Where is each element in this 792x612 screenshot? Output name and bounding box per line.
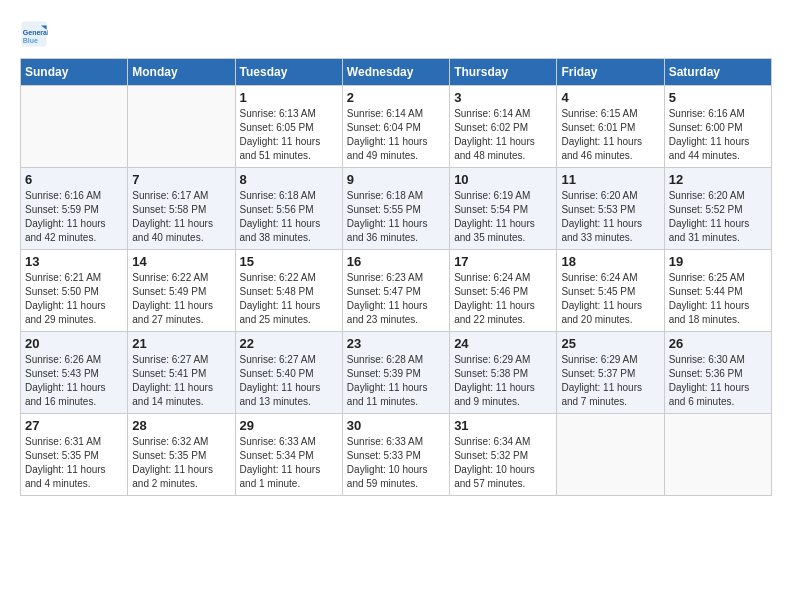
day-number: 8 (240, 172, 338, 187)
calendar-cell: 4Sunrise: 6:15 AM Sunset: 6:01 PM Daylig… (557, 86, 664, 168)
calendar-cell: 18Sunrise: 6:24 AM Sunset: 5:45 PM Dayli… (557, 250, 664, 332)
calendar-cell: 21Sunrise: 6:27 AM Sunset: 5:41 PM Dayli… (128, 332, 235, 414)
day-info: Sunrise: 6:33 AM Sunset: 5:33 PM Dayligh… (347, 435, 445, 491)
day-number: 25 (561, 336, 659, 351)
day-number: 23 (347, 336, 445, 351)
calendar-cell: 22Sunrise: 6:27 AM Sunset: 5:40 PM Dayli… (235, 332, 342, 414)
day-number: 26 (669, 336, 767, 351)
calendar-cell: 10Sunrise: 6:19 AM Sunset: 5:54 PM Dayli… (450, 168, 557, 250)
day-info: Sunrise: 6:17 AM Sunset: 5:58 PM Dayligh… (132, 189, 230, 245)
calendar-cell: 7Sunrise: 6:17 AM Sunset: 5:58 PM Daylig… (128, 168, 235, 250)
day-info: Sunrise: 6:18 AM Sunset: 5:56 PM Dayligh… (240, 189, 338, 245)
calendar-table: SundayMondayTuesdayWednesdayThursdayFrid… (20, 58, 772, 496)
calendar-cell (128, 86, 235, 168)
calendar-cell: 16Sunrise: 6:23 AM Sunset: 5:47 PM Dayli… (342, 250, 449, 332)
svg-text:Blue: Blue (23, 37, 38, 44)
day-number: 13 (25, 254, 123, 269)
calendar-cell: 23Sunrise: 6:28 AM Sunset: 5:39 PM Dayli… (342, 332, 449, 414)
calendar-cell: 20Sunrise: 6:26 AM Sunset: 5:43 PM Dayli… (21, 332, 128, 414)
day-number: 18 (561, 254, 659, 269)
day-info: Sunrise: 6:33 AM Sunset: 5:34 PM Dayligh… (240, 435, 338, 491)
day-number: 10 (454, 172, 552, 187)
day-number: 2 (347, 90, 445, 105)
day-number: 14 (132, 254, 230, 269)
logo-icon: General Blue (20, 20, 48, 48)
day-number: 5 (669, 90, 767, 105)
calendar-cell: 28Sunrise: 6:32 AM Sunset: 5:35 PM Dayli… (128, 414, 235, 496)
calendar-cell: 15Sunrise: 6:22 AM Sunset: 5:48 PM Dayli… (235, 250, 342, 332)
day-info: Sunrise: 6:23 AM Sunset: 5:47 PM Dayligh… (347, 271, 445, 327)
day-info: Sunrise: 6:25 AM Sunset: 5:44 PM Dayligh… (669, 271, 767, 327)
svg-text:General: General (23, 29, 48, 36)
day-info: Sunrise: 6:14 AM Sunset: 6:02 PM Dayligh… (454, 107, 552, 163)
day-info: Sunrise: 6:20 AM Sunset: 5:53 PM Dayligh… (561, 189, 659, 245)
calendar-cell (557, 414, 664, 496)
day-info: Sunrise: 6:30 AM Sunset: 5:36 PM Dayligh… (669, 353, 767, 409)
calendar-cell: 6Sunrise: 6:16 AM Sunset: 5:59 PM Daylig… (21, 168, 128, 250)
day-number: 12 (669, 172, 767, 187)
day-info: Sunrise: 6:29 AM Sunset: 5:37 PM Dayligh… (561, 353, 659, 409)
day-info: Sunrise: 6:16 AM Sunset: 6:00 PM Dayligh… (669, 107, 767, 163)
calendar-cell (664, 414, 771, 496)
day-number: 15 (240, 254, 338, 269)
day-info: Sunrise: 6:16 AM Sunset: 5:59 PM Dayligh… (25, 189, 123, 245)
day-number: 20 (25, 336, 123, 351)
day-info: Sunrise: 6:15 AM Sunset: 6:01 PM Dayligh… (561, 107, 659, 163)
day-info: Sunrise: 6:28 AM Sunset: 5:39 PM Dayligh… (347, 353, 445, 409)
day-number: 19 (669, 254, 767, 269)
calendar-cell: 30Sunrise: 6:33 AM Sunset: 5:33 PM Dayli… (342, 414, 449, 496)
day-info: Sunrise: 6:13 AM Sunset: 6:05 PM Dayligh… (240, 107, 338, 163)
day-number: 7 (132, 172, 230, 187)
calendar-cell: 14Sunrise: 6:22 AM Sunset: 5:49 PM Dayli… (128, 250, 235, 332)
day-number: 22 (240, 336, 338, 351)
weekday-header: Friday (557, 59, 664, 86)
day-info: Sunrise: 6:34 AM Sunset: 5:32 PM Dayligh… (454, 435, 552, 491)
calendar-cell: 3Sunrise: 6:14 AM Sunset: 6:02 PM Daylig… (450, 86, 557, 168)
calendar-cell: 17Sunrise: 6:24 AM Sunset: 5:46 PM Dayli… (450, 250, 557, 332)
day-number: 30 (347, 418, 445, 433)
day-number: 4 (561, 90, 659, 105)
day-info: Sunrise: 6:26 AM Sunset: 5:43 PM Dayligh… (25, 353, 123, 409)
day-number: 1 (240, 90, 338, 105)
calendar-cell: 19Sunrise: 6:25 AM Sunset: 5:44 PM Dayli… (664, 250, 771, 332)
day-number: 3 (454, 90, 552, 105)
day-number: 11 (561, 172, 659, 187)
day-number: 9 (347, 172, 445, 187)
calendar-cell: 2Sunrise: 6:14 AM Sunset: 6:04 PM Daylig… (342, 86, 449, 168)
weekday-header: Thursday (450, 59, 557, 86)
calendar-cell: 11Sunrise: 6:20 AM Sunset: 5:53 PM Dayli… (557, 168, 664, 250)
day-number: 16 (347, 254, 445, 269)
day-info: Sunrise: 6:32 AM Sunset: 5:35 PM Dayligh… (132, 435, 230, 491)
day-number: 6 (25, 172, 123, 187)
calendar-cell: 12Sunrise: 6:20 AM Sunset: 5:52 PM Dayli… (664, 168, 771, 250)
day-info: Sunrise: 6:20 AM Sunset: 5:52 PM Dayligh… (669, 189, 767, 245)
day-number: 17 (454, 254, 552, 269)
day-info: Sunrise: 6:24 AM Sunset: 5:46 PM Dayligh… (454, 271, 552, 327)
calendar-cell: 9Sunrise: 6:18 AM Sunset: 5:55 PM Daylig… (342, 168, 449, 250)
calendar-cell: 29Sunrise: 6:33 AM Sunset: 5:34 PM Dayli… (235, 414, 342, 496)
day-info: Sunrise: 6:27 AM Sunset: 5:41 PM Dayligh… (132, 353, 230, 409)
day-info: Sunrise: 6:22 AM Sunset: 5:49 PM Dayligh… (132, 271, 230, 327)
day-info: Sunrise: 6:21 AM Sunset: 5:50 PM Dayligh… (25, 271, 123, 327)
calendar-header: SundayMondayTuesdayWednesdayThursdayFrid… (21, 59, 772, 86)
weekday-header: Saturday (664, 59, 771, 86)
day-info: Sunrise: 6:24 AM Sunset: 5:45 PM Dayligh… (561, 271, 659, 327)
day-info: Sunrise: 6:19 AM Sunset: 5:54 PM Dayligh… (454, 189, 552, 245)
day-number: 27 (25, 418, 123, 433)
calendar-cell: 5Sunrise: 6:16 AM Sunset: 6:00 PM Daylig… (664, 86, 771, 168)
calendar-cell: 25Sunrise: 6:29 AM Sunset: 5:37 PM Dayli… (557, 332, 664, 414)
day-info: Sunrise: 6:27 AM Sunset: 5:40 PM Dayligh… (240, 353, 338, 409)
day-number: 21 (132, 336, 230, 351)
calendar-cell (21, 86, 128, 168)
day-info: Sunrise: 6:31 AM Sunset: 5:35 PM Dayligh… (25, 435, 123, 491)
logo: General Blue (20, 20, 52, 48)
weekday-header: Monday (128, 59, 235, 86)
day-info: Sunrise: 6:14 AM Sunset: 6:04 PM Dayligh… (347, 107, 445, 163)
calendar-cell: 26Sunrise: 6:30 AM Sunset: 5:36 PM Dayli… (664, 332, 771, 414)
day-number: 31 (454, 418, 552, 433)
day-number: 29 (240, 418, 338, 433)
calendar-cell: 13Sunrise: 6:21 AM Sunset: 5:50 PM Dayli… (21, 250, 128, 332)
calendar-cell: 1Sunrise: 6:13 AM Sunset: 6:05 PM Daylig… (235, 86, 342, 168)
page-header: General Blue (20, 20, 772, 48)
weekday-header: Tuesday (235, 59, 342, 86)
